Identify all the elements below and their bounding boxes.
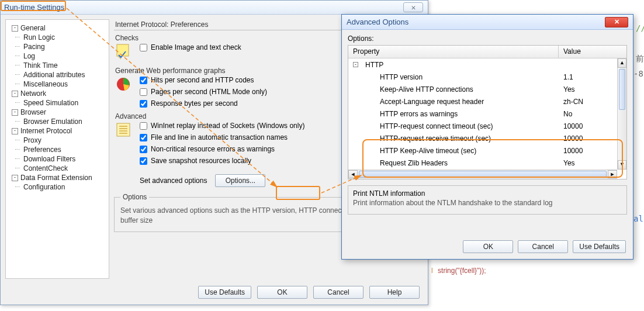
prop-accept-lang[interactable]: Accept-Language request header <box>348 98 559 106</box>
prop-keep-alive[interactable]: Keep-Alive HTTP connections <box>348 85 559 94</box>
close-button[interactable]: ⨉ <box>403 2 423 12</box>
tree-run-logic[interactable]: Run Logic <box>12 33 108 42</box>
prop-zlib[interactable]: Request Zlib Headers <box>348 159 559 167</box>
adv-title: Advanced Options <box>347 18 408 26</box>
val-keep-alive[interactable]: Yes <box>559 85 617 94</box>
window-title: Run-time Settings <box>4 3 64 12</box>
val-zlib[interactable]: Yes <box>559 159 617 167</box>
chk-resp[interactable]: Response bytes per second <box>140 99 267 108</box>
chk-hits[interactable]: Hits per second and HTTP codes <box>140 76 267 84</box>
group-http[interactable]: HTTP <box>365 61 383 69</box>
list-icon <box>114 122 133 140</box>
col-property[interactable]: Property <box>348 46 559 58</box>
ntlm-desc: Print information about the NTLM handsha… <box>353 199 622 207</box>
bg-code-1: // <box>636 23 644 33</box>
bg-code-2: 前 <box>636 54 644 64</box>
ntlm-title: Print NTLM information <box>353 189 622 198</box>
help-button[interactable]: Help <box>369 286 420 299</box>
tree-think-time[interactable]: Think Time <box>12 61 108 70</box>
chk-snapshot[interactable]: Save snapshot resources locally <box>140 157 304 165</box>
adv-titlebar[interactable]: Advanced Options ✕ <box>342 15 633 30</box>
adv-cancel-button[interactable]: Cancel <box>518 240 568 253</box>
scroll-down-icon[interactable]: ▼ <box>618 160 626 170</box>
chk-noncrit[interactable]: Non-critical resource errors as warnings <box>140 145 304 153</box>
options-fs-legend: Options <box>120 193 149 201</box>
hscroll-thumb[interactable] <box>359 171 607 178</box>
tree-browser[interactable]: Browser <box>12 108 108 117</box>
collapse-icon[interactable]: - <box>353 62 358 67</box>
prop-receive-timeout[interactable]: HTTP-request receive timeout (sec) <box>348 134 559 143</box>
col-value[interactable]: Value <box>559 46 626 58</box>
set-adv-label: Set advanced options <box>140 177 207 185</box>
tree-network[interactable]: Network <box>12 89 108 98</box>
tree-additional-attr[interactable]: Additional attributes <box>12 70 108 80</box>
tree-internet[interactable]: Internet Protocol <box>12 126 108 136</box>
svg-rect-2 <box>117 123 130 136</box>
property-table[interactable]: Property Value -HTTP HTTP version1.1 Kee… <box>348 45 627 179</box>
options-button[interactable]: Options... <box>215 174 265 187</box>
tree-general[interactable]: General <box>12 23 108 33</box>
prop-connect-timeout[interactable]: HTTP-request connect timeout (sec) <box>348 122 559 130</box>
chk-enable-image[interactable]: Enable Image and text check <box>140 43 241 51</box>
tree-data-format[interactable]: Data Format Extension <box>12 173 108 182</box>
chk-wininet[interactable]: WinInet replay instead of Sockets (Windo… <box>140 122 304 130</box>
tree-download-filters[interactable]: Download Filters <box>12 154 108 164</box>
ok-button[interactable]: OK <box>257 286 307 299</box>
adv-close-button[interactable]: ✕ <box>605 17 628 27</box>
horizontal-scrollbar[interactable]: ◄ ► <box>348 170 617 179</box>
cancel-button[interactable]: Cancel <box>313 286 363 299</box>
advanced-options-dialog: Advanced Options ✕ Options: Property Val… <box>341 14 633 260</box>
scroll-thumb[interactable] <box>619 69 625 110</box>
val-connect-timeout[interactable]: 10000 <box>559 122 617 130</box>
prop-http-errors[interactable]: HTTP errors as warnings <box>348 110 559 118</box>
tree-misc[interactable]: Miscellaneous <box>12 80 108 89</box>
bg-code-4: alu <box>633 214 644 223</box>
val-http-version[interactable]: 1.1 <box>559 73 617 81</box>
titlebar[interactable]: Run-time Settings ⨉ <box>1 1 428 15</box>
adv-use-defaults-button[interactable]: Use Defaults <box>573 240 626 253</box>
chk-pages[interactable]: Pages per second (HTML Mode only) <box>140 88 267 96</box>
tree-proxy[interactable]: Proxy <box>12 136 108 145</box>
val-http-errors[interactable]: No <box>559 110 617 118</box>
tree-browser-emu[interactable]: Browser Emulation <box>12 117 108 126</box>
tree-configuration[interactable]: Configuration <box>12 182 108 192</box>
tree-preferences[interactable]: Preferences <box>12 145 108 154</box>
tree-pacing[interactable]: Pacing <box>12 42 108 51</box>
tree-speed-sim[interactable]: Speed Simulation <box>12 98 108 108</box>
settings-tree[interactable]: General Run Logic Pacing Log Think Time … <box>5 19 109 279</box>
chk-file-line[interactable]: File and line in automatic transaction n… <box>140 133 304 141</box>
prop-keepalive-timeout[interactable]: HTTP Keep-Alive timeout (sec) <box>348 147 559 155</box>
scroll-right-icon[interactable]: ► <box>608 170 617 178</box>
adv-options-label: Options: <box>348 34 627 43</box>
tree-log[interactable]: Log <box>12 51 108 61</box>
ntlm-info-box: Print NTLM information Print information… <box>348 185 627 215</box>
prop-http-version[interactable]: HTTP version <box>348 73 559 81</box>
tree-content-check[interactable]: ContentCheck <box>12 164 108 173</box>
pie-chart-icon <box>114 76 133 95</box>
use-defaults-button[interactable]: Use Defaults <box>198 286 251 299</box>
bg-code-3: -8. <box>633 69 644 78</box>
val-accept-lang[interactable]: zh-CN <box>559 98 617 106</box>
adv-ok-button[interactable]: OK <box>463 240 513 253</box>
vertical-scrollbar[interactable]: ▲ ▼ <box>617 58 626 170</box>
val-receive-timeout[interactable]: 10000 <box>559 134 617 143</box>
scroll-up-icon[interactable]: ▲ <box>618 58 626 68</box>
val-keepalive-timeout[interactable]: 10000 <box>559 147 617 155</box>
bg-code-5: l string("{fcell}")); <box>431 265 486 275</box>
checks-icon <box>114 43 133 62</box>
scroll-left-icon[interactable]: ◄ <box>348 170 358 178</box>
